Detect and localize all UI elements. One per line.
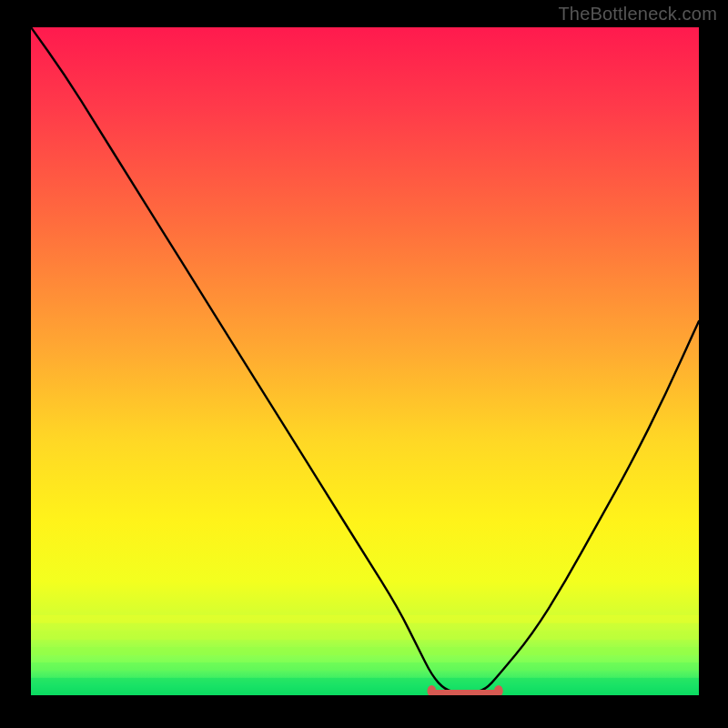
optimal-range-marker — [431, 690, 499, 694]
chart-frame: TheBottleneck.com — [0, 0, 728, 728]
svg-rect-4 — [31, 678, 699, 695]
svg-rect-2 — [31, 647, 699, 655]
watermark-text: TheBottleneck.com — [558, 4, 717, 25]
svg-rect-3 — [31, 662, 699, 671]
svg-rect-1 — [31, 632, 699, 640]
svg-rect-0 — [31, 615, 699, 623]
plot-area — [31, 27, 699, 695]
gradient-rect — [31, 27, 699, 695]
chart-svg — [31, 27, 699, 695]
